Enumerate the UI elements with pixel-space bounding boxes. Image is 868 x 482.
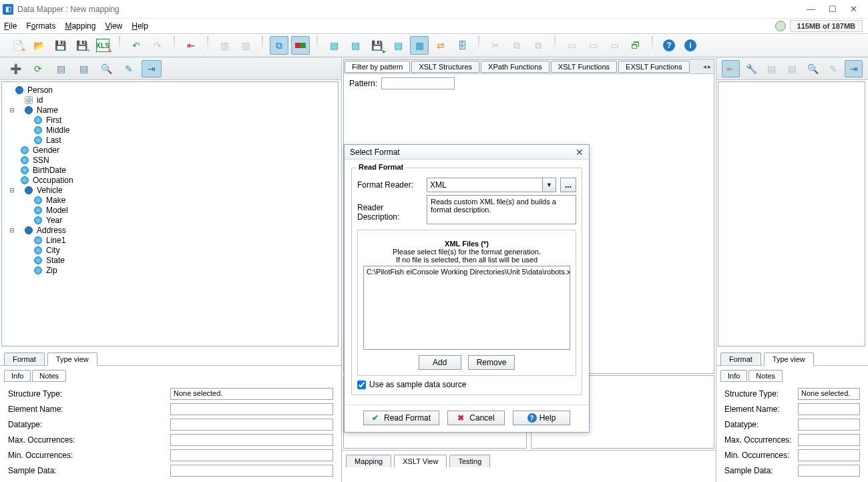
help-dialog-button[interactable]: ?Help (513, 411, 570, 425)
grid-view-button[interactable]: ▦ (410, 36, 429, 55)
node-middle[interactable]: Middle (45, 126, 69, 135)
copy-node-button[interactable]: ▥ (215, 36, 234, 55)
doc-src-button-2[interactable]: ▤ (73, 60, 93, 77)
node-gender[interactable]: Gender (31, 146, 59, 155)
settings-target-button[interactable]: 🔧 (742, 60, 761, 77)
doc-button-1[interactable]: ▤ (324, 36, 343, 55)
refresh-tree-button[interactable]: ⟳ (28, 60, 48, 77)
node-zip[interactable]: Zip (45, 266, 57, 275)
field-datatype-r[interactable] (798, 419, 860, 431)
node-model[interactable]: Model (45, 206, 68, 215)
link-src-button[interactable]: ⇥ (142, 60, 162, 77)
add-node-button[interactable]: ➕ (5, 60, 25, 77)
tab-xslt-functions[interactable]: XSLT Functions (551, 61, 617, 73)
doc-button-3[interactable]: ▤ (389, 36, 407, 55)
node-city[interactable]: City (45, 246, 60, 255)
tabs-scroll-left[interactable]: ◂ (703, 63, 706, 70)
undo-button[interactable]: ↶ (127, 36, 146, 55)
tab-format-source[interactable]: Format (4, 352, 45, 365)
field-max-occ[interactable] (170, 434, 333, 446)
add-file-button[interactable]: Add (419, 355, 461, 370)
files-list[interactable]: C:\PilotFish eiConsole Working Directori… (363, 266, 570, 350)
format-reader-select[interactable] (427, 178, 543, 192)
close-button[interactable]: ✕ (850, 4, 857, 14)
align-button-3[interactable]: ▭ (605, 36, 624, 55)
node-last[interactable]: Last (45, 136, 61, 145)
field-structure-type[interactable]: None selected. (170, 388, 333, 400)
minimize-button[interactable]: — (807, 4, 815, 14)
node-year[interactable]: Year (45, 216, 62, 225)
tab-typeview-source[interactable]: Type view (47, 352, 97, 366)
menu-mapping[interactable]: Mapping (65, 21, 95, 31)
transfer-button[interactable]: ⇄ (431, 36, 450, 55)
tab-xslt-view[interactable]: XSLT View (394, 455, 447, 468)
tabs-scroll-right[interactable]: ▸ (708, 63, 711, 70)
tab-testing[interactable]: Testing (449, 455, 490, 467)
doc-button-2[interactable]: ▤ (346, 36, 365, 55)
target-tree[interactable] (718, 81, 865, 346)
db-button[interactable]: 🗄 (453, 36, 471, 55)
node-id[interactable]: id (35, 95, 43, 105)
tab-format-target[interactable]: Format (720, 352, 761, 365)
tab-info-source[interactable]: Info (4, 370, 31, 382)
align-button-1[interactable]: ▭ (562, 36, 581, 55)
tab-xslt-structures[interactable]: XSLT Structures (411, 61, 479, 73)
tab-xpath-functions[interactable]: XPath Functions (481, 61, 550, 73)
redo-button[interactable]: ↷ (148, 36, 167, 55)
copy-button[interactable]: ⧉ (507, 36, 526, 55)
toggle-tree-button[interactable]: ⧉ (270, 36, 288, 55)
field-min-occ-r[interactable] (798, 449, 860, 461)
edit-src-button[interactable]: ✎ (119, 60, 139, 77)
new-button[interactable]: 📄+ (8, 36, 27, 55)
menu-file[interactable]: File (4, 21, 17, 31)
field-element-name[interactable] (170, 403, 333, 415)
node-first[interactable]: First (45, 115, 61, 125)
doc-target-button-2[interactable]: ▤ (783, 60, 801, 77)
remove-file-button[interactable]: Remove (468, 355, 515, 370)
toggle-icon[interactable]: ⊟ (9, 226, 15, 235)
field-datatype[interactable] (170, 419, 333, 431)
cancel-button[interactable]: ✖Cancel (447, 411, 505, 425)
dialog-close-button[interactable]: ✕ (576, 147, 584, 158)
maximize-button[interactable]: ☐ (829, 4, 837, 14)
cut-button[interactable]: ✂ (486, 36, 505, 55)
field-sample-data[interactable] (170, 465, 333, 477)
browse-reader-button[interactable]: ... (560, 178, 576, 192)
node-name[interactable]: Name (35, 105, 58, 115)
file-entry[interactable]: C:\PilotFish eiConsole Working Directori… (367, 268, 567, 276)
node-line1[interactable]: Line1 (45, 236, 65, 245)
toggle-icon[interactable]: ⊟ (9, 186, 15, 195)
field-sample-data-r[interactable] (798, 465, 860, 477)
menu-view[interactable]: View (105, 21, 122, 31)
node-occupation[interactable]: Occupation (31, 176, 73, 185)
paste-button[interactable]: ⧉ (529, 36, 548, 55)
save-db-button[interactable]: 💾▸ (367, 36, 386, 55)
tab-filter-pattern[interactable]: Filter by pattern (345, 61, 410, 73)
read-format-button[interactable]: ✔Read Format (363, 411, 439, 425)
edit-target-button[interactable]: ✎ (825, 60, 843, 77)
export-xls-button[interactable]: XLS+ (93, 36, 112, 55)
node-state[interactable]: State (45, 256, 65, 265)
link-button[interactable]: 🗗 (626, 36, 645, 55)
align-button-2[interactable]: ▭ (584, 36, 602, 55)
recycle-icon[interactable] (775, 21, 786, 31)
node-ssn[interactable]: SSN (31, 156, 49, 165)
exit-button[interactable]: ⇤ (182, 36, 200, 55)
field-max-occ-r[interactable] (798, 434, 860, 446)
source-tree[interactable]: Person @id ⊟Name First Middle Last Gende… (1, 81, 339, 346)
doc-target-button-1[interactable]: ▤ (763, 60, 781, 77)
node-birthdate[interactable]: BirthDate (31, 166, 66, 175)
field-element-name-r[interactable] (798, 403, 860, 415)
open-button[interactable]: 📂 (29, 36, 48, 55)
menu-help[interactable]: Help (132, 21, 148, 31)
tab-mapping[interactable]: Mapping (346, 455, 391, 467)
menu-formats[interactable]: Formats (26, 21, 55, 31)
tab-info-target[interactable]: Info (720, 370, 747, 382)
chevron-down-icon[interactable]: ▼ (543, 178, 556, 192)
save-as-button[interactable]: 💾+ (72, 36, 91, 55)
tab-typeview-target[interactable]: Type view (764, 352, 814, 366)
tab-exslt-functions[interactable]: EXSLT Functions (618, 61, 690, 73)
node-make[interactable]: Make (45, 196, 65, 205)
node-vehicle[interactable]: Vehicle (35, 186, 63, 195)
save-button[interactable]: 💾 (51, 36, 69, 55)
